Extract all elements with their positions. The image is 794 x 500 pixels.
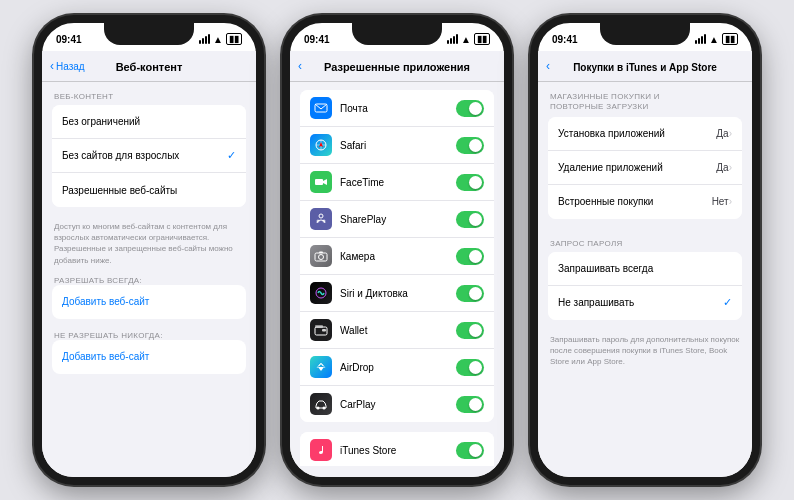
- status-icons-3: ▲ ▮▮: [695, 33, 738, 45]
- apps-list-2: iTunes Store Магазин книг Подкасты: [300, 432, 494, 466]
- inapp-label: Встроенные покупки: [558, 196, 712, 207]
- svg-rect-15: [315, 325, 323, 328]
- delete-apps[interactable]: Удаление приложений Да ›: [548, 151, 742, 185]
- mail-toggle[interactable]: [456, 100, 484, 117]
- carplay-toggle[interactable]: [456, 396, 484, 413]
- add-site-allow[interactable]: Добавить веб-сайт: [52, 285, 246, 319]
- siri-icon: [310, 282, 332, 304]
- iphone-3: 09:41 ▲ ▮▮ ‹ Покупки в iTunes и App Stor…: [530, 15, 760, 485]
- nav-bar-2: ‹ Разрешенные приложения: [290, 51, 504, 82]
- notch-3: [600, 23, 690, 45]
- battery-icon-2: ▮▮: [474, 33, 490, 45]
- signal-bars-3: [695, 34, 706, 44]
- svg-marker-6: [323, 179, 327, 185]
- dont-ask-check: ✓: [723, 296, 732, 309]
- siri-label: Siri и Диктовка: [340, 288, 456, 299]
- wifi-icon-3: ▲: [709, 34, 719, 45]
- allow-always-label: РАЗРЕШАТЬ ВСЕГДА:: [54, 276, 244, 285]
- facetime-toggle[interactable]: [456, 174, 484, 191]
- section-password-header: ЗАПРОС ПАРОЛЯ: [538, 229, 752, 252]
- signal-bars-1: [199, 34, 210, 44]
- siri-toggle[interactable]: [456, 285, 484, 302]
- wallet-toggle[interactable]: [456, 322, 484, 339]
- back-chevron-2: ‹: [298, 59, 302, 73]
- status-icons-2: ▲ ▮▮: [447, 33, 490, 45]
- app-wallet[interactable]: Wallet: [300, 312, 494, 349]
- app-camera[interactable]: Камера: [300, 238, 494, 275]
- camera-toggle[interactable]: [456, 248, 484, 265]
- mail-icon: [310, 97, 332, 119]
- back-chevron-3: ‹: [546, 59, 550, 73]
- item-no-adult[interactable]: Без сайтов для взрослых ✓: [52, 139, 246, 173]
- svg-point-7: [319, 214, 323, 218]
- item-allowed-sites[interactable]: Разрешенные веб-сайты: [52, 173, 246, 207]
- nav-title-3: Покупки в iTunes и App Store: [573, 62, 717, 73]
- time-3: 09:41: [552, 34, 578, 45]
- app-carplay[interactable]: CarPlay: [300, 386, 494, 422]
- back-button-1[interactable]: ‹ Назад: [50, 59, 85, 73]
- airdrop-toggle[interactable]: [456, 359, 484, 376]
- bar4: [208, 34, 210, 44]
- camera-label: Камера: [340, 251, 456, 262]
- dont-ask-label: Не запрашивать: [558, 297, 723, 308]
- app-siri[interactable]: Siri и Диктовка: [300, 275, 494, 312]
- notch-2: [352, 23, 442, 45]
- back-button-2[interactable]: ‹: [298, 59, 302, 73]
- back-chevron-1: ‹: [50, 59, 54, 73]
- back-label-1: Назад: [56, 61, 85, 72]
- app-mail[interactable]: Почта: [300, 90, 494, 127]
- content-3: МАГАЗИННЫЕ ПОКУПКИ И ПОВТОРНЫЕ ЗАГРУЗКИ …: [538, 82, 752, 466]
- delete-apps-chevron: ›: [729, 162, 732, 173]
- app-safari[interactable]: Safari: [300, 127, 494, 164]
- install-apps[interactable]: Установка приложений Да ›: [548, 117, 742, 151]
- nav-title-2: Разрешенные приложения: [324, 61, 470, 73]
- itunes-toggle[interactable]: [456, 442, 484, 459]
- screen-1: ‹ Назад Веб-контент ВЕБ-КОНТЕНТ Без огра…: [42, 51, 256, 477]
- iphone-1: 09:41 ▲ ▮▮ ‹ Назад Веб-контент ВЕБ-КОНТЕ…: [34, 15, 264, 485]
- dont-ask[interactable]: Не запрашивать ✓: [548, 286, 742, 320]
- shareplay-icon: [310, 208, 332, 230]
- wifi-icon-1: ▲: [213, 34, 223, 45]
- content-1: ВЕБ-КОНТЕНТ Без ограничений Без сайтов д…: [42, 82, 256, 466]
- svg-point-16: [317, 407, 320, 410]
- nav-bar-3: ‹ Покупки в iTunes и App Store: [538, 51, 752, 82]
- iphone-2: 09:41 ▲ ▮▮ ‹ Разрешенные приложения: [282, 15, 512, 485]
- status-icons-1: ▲ ▮▮: [199, 33, 242, 45]
- time-2: 09:41: [304, 34, 330, 45]
- carplay-label: CarPlay: [340, 399, 456, 410]
- itunes-label: iTunes Store: [340, 445, 456, 456]
- password-footer: Запрашивать пароль для дополнительных по…: [538, 330, 752, 376]
- inapp-value: Нет: [712, 196, 729, 207]
- svg-point-17: [323, 407, 326, 410]
- never-allow-list: Добавить веб-сайт: [52, 340, 246, 374]
- section-header-web: ВЕБ-КОНТЕНТ: [42, 82, 256, 105]
- time-1: 09:41: [56, 34, 82, 45]
- bar2: [202, 38, 204, 44]
- install-apps-label: Установка приложений: [558, 128, 716, 139]
- ask-always[interactable]: Запрашивать всегда: [548, 252, 742, 286]
- app-shareplay[interactable]: SharePlay: [300, 201, 494, 238]
- never-allow-section: НЕ РАЗРЕШАТЬ НИКОГДА:: [42, 329, 256, 340]
- never-allow-label: НЕ РАЗРЕШАТЬ НИКОГДА:: [54, 331, 244, 340]
- ask-always-label: Запрашивать всегда: [558, 263, 732, 274]
- app-itunes[interactable]: iTunes Store: [300, 432, 494, 466]
- signal-bars-2: [447, 34, 458, 44]
- app-facetime[interactable]: FaceTime: [300, 164, 494, 201]
- inapp-chevron: ›: [729, 196, 732, 207]
- shareplay-toggle[interactable]: [456, 211, 484, 228]
- airdrop-icon: [310, 356, 332, 378]
- bar3: [205, 36, 207, 44]
- allow-always-list: Добавить веб-сайт: [52, 285, 246, 319]
- item-no-restrictions[interactable]: Без ограничений: [52, 105, 246, 139]
- back-button-3[interactable]: ‹: [546, 59, 550, 73]
- nav-title-1: Веб-контент: [116, 61, 183, 73]
- facetime-icon: [310, 171, 332, 193]
- safari-toggle[interactable]: [456, 137, 484, 154]
- svg-point-11: [319, 255, 324, 260]
- add-site-never[interactable]: Добавить веб-сайт: [52, 340, 246, 374]
- airdrop-label: AirDrop: [340, 362, 456, 373]
- inapp-purchases[interactable]: Встроенные покупки Нет ›: [548, 185, 742, 219]
- itunes-icon: [310, 439, 332, 461]
- app-airdrop[interactable]: AirDrop: [300, 349, 494, 386]
- content-2: Почта Safari FaceTime: [290, 82, 504, 466]
